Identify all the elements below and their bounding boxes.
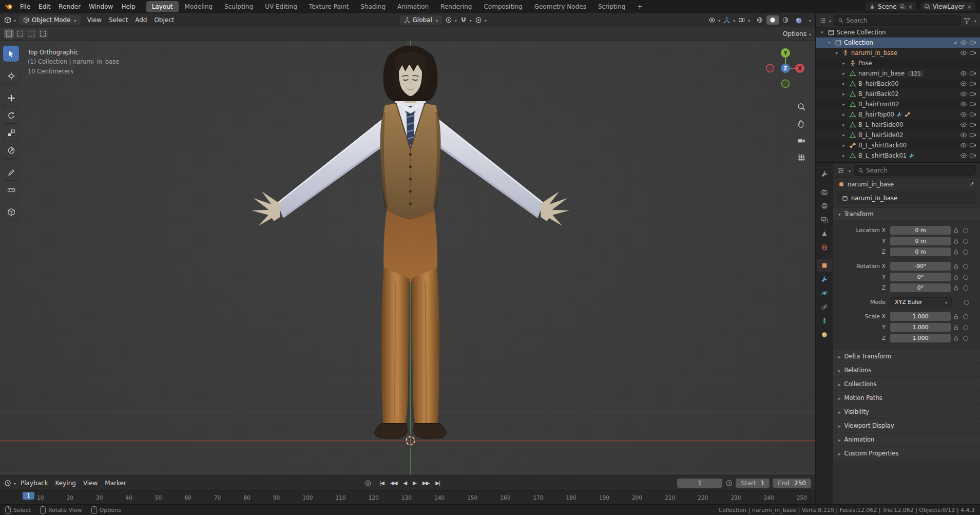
outliner-row-pose[interactable]: ▸ Pose xyxy=(816,58,980,68)
show-object-types-button[interactable] xyxy=(708,16,720,24)
toggle-grid-icon[interactable] xyxy=(797,153,806,162)
outliner-row-mesh[interactable]: ▸ narumi_in_base 121 xyxy=(816,68,980,79)
location-x-field[interactable]: 0 m xyxy=(890,226,951,235)
tool-options-dropdown[interactable]: Options xyxy=(783,30,811,37)
tab-modifiers[interactable] xyxy=(817,273,832,285)
timeline-menu[interactable]: Keying xyxy=(52,478,80,488)
workspace-tab[interactable]: Shading xyxy=(355,1,391,12)
topbar-menu[interactable]: Render xyxy=(54,2,85,12)
pivot-point-button[interactable] xyxy=(445,16,457,24)
cursor-tool[interactable] xyxy=(3,68,19,84)
auto-keying-icon[interactable] xyxy=(364,480,372,487)
checkbox-icon[interactable] xyxy=(954,39,958,46)
hide-eye-icon[interactable] xyxy=(960,80,967,87)
expand-caret[interactable]: ▸ xyxy=(840,81,847,86)
hide-eye-icon[interactable] xyxy=(960,131,967,139)
hide-eye-icon[interactable] xyxy=(960,49,967,56)
outliner-search-input[interactable] xyxy=(846,17,957,24)
object-name-field[interactable]: narumi_in_base xyxy=(837,192,976,204)
disable-render-icon[interactable] xyxy=(969,142,976,149)
lock-open-icon[interactable] xyxy=(953,324,959,331)
transport-button[interactable]: |◀ xyxy=(377,479,387,487)
tab-object-data[interactable] xyxy=(817,314,832,327)
annotate-tool[interactable] xyxy=(3,164,19,180)
current-frame-field[interactable]: 1 xyxy=(677,479,722,488)
viewport-menu[interactable]: Select xyxy=(105,15,131,25)
expand-caret[interactable]: ▸ xyxy=(840,132,847,138)
properties-sliders-icon[interactable] xyxy=(837,167,844,174)
snapping-button[interactable] xyxy=(460,16,472,24)
blender-logo-icon[interactable] xyxy=(4,2,13,11)
hide-eye-icon[interactable] xyxy=(960,152,967,159)
transport-button[interactable]: ▶▶ xyxy=(420,479,432,487)
lock-open-icon[interactable] xyxy=(953,335,959,341)
disable-render-icon[interactable] xyxy=(969,80,976,87)
rotation-x-field[interactable]: -90° xyxy=(890,262,951,271)
scene-selector[interactable]: Scene × xyxy=(865,2,917,12)
expand-caret[interactable]: ▸ xyxy=(840,61,847,66)
editor-type-button[interactable] xyxy=(4,16,16,24)
properties-section-header[interactable]: Viewport Display xyxy=(833,419,980,432)
properties-search[interactable] xyxy=(854,165,976,176)
chevron-down-icon[interactable] xyxy=(808,16,811,24)
animate-decorator[interactable] xyxy=(963,325,968,330)
viewport-menu[interactable]: Object xyxy=(150,15,178,25)
workspace-tab[interactable]: Texture Paint xyxy=(303,1,354,12)
transform-tool[interactable] xyxy=(3,142,19,158)
lock-open-icon[interactable] xyxy=(953,249,959,255)
select-mode-set-button[interactable] xyxy=(4,29,14,39)
outliner-row-bone[interactable]: ▸ B_L_shirtBack00 xyxy=(816,140,980,150)
outliner-editor-type-button[interactable] xyxy=(819,17,831,24)
new-scene-icon[interactable] xyxy=(899,4,906,10)
animate-decorator[interactable] xyxy=(963,239,968,244)
camera-view-icon[interactable] xyxy=(797,136,806,145)
proportional-editing-button[interactable] xyxy=(475,16,487,24)
transform-panel-header[interactable]: Transform xyxy=(833,207,980,221)
unlink-scene-icon[interactable]: × xyxy=(908,4,913,10)
scale-tool[interactable] xyxy=(3,125,19,141)
animate-decorator[interactable] xyxy=(963,275,968,280)
disable-render-icon[interactable] xyxy=(969,131,976,139)
properties-section-header[interactable]: Visibility xyxy=(833,405,980,418)
end-frame-field[interactable]: End 250 xyxy=(773,479,811,488)
outliner-row-mesh[interactable]: ▸ B_hairFront02 xyxy=(816,99,980,109)
tab-physics[interactable] xyxy=(817,287,832,299)
select-mode-subtract-button[interactable] xyxy=(27,29,36,39)
animate-decorator[interactable] xyxy=(963,228,968,233)
hide-eye-icon[interactable] xyxy=(960,111,967,118)
hide-eye-icon[interactable] xyxy=(960,39,967,46)
hide-eye-icon[interactable] xyxy=(960,101,967,108)
pan-hand-icon[interactable] xyxy=(797,119,806,128)
properties-search-input[interactable] xyxy=(866,167,972,174)
3d-viewport[interactable]: Top Orthographic (1) Collection | narumi… xyxy=(0,41,815,475)
tab-tool[interactable] xyxy=(817,167,832,180)
outliner-row-scene-collection[interactable]: ▾ Scene Collection xyxy=(816,27,980,37)
topbar-menu[interactable]: Help xyxy=(117,2,139,12)
outliner-row-armature[interactable]: ▾ narumi_in_base xyxy=(816,48,980,58)
properties-section-header[interactable]: Delta Transform xyxy=(833,350,980,363)
workspace-tab[interactable]: Compositing xyxy=(478,1,528,12)
expand-caret[interactable]: ▸ xyxy=(840,122,847,127)
add-cube-tool[interactable] xyxy=(3,204,19,220)
timeline-menu[interactable]: View xyxy=(80,478,101,488)
workspace-tab[interactable]: Animation xyxy=(392,1,434,12)
disable-render-icon[interactable] xyxy=(969,39,976,46)
outliner-row-collection[interactable]: ▾ Collection xyxy=(816,37,980,48)
chevron-down-icon[interactable] xyxy=(973,17,976,24)
hide-eye-icon[interactable] xyxy=(960,142,967,149)
outliner-row-mesh[interactable]: ▸ B_L_shirtBack01 xyxy=(816,150,980,161)
workspace-tab[interactable]: UV Editing xyxy=(259,1,303,12)
stopwatch-icon[interactable] xyxy=(725,480,733,487)
workspace-tab[interactable]: Scripting xyxy=(592,1,631,12)
animate-decorator[interactable] xyxy=(963,285,968,291)
timeline-editor-type-button[interactable] xyxy=(4,480,16,487)
workspace-tab[interactable]: Geometry Nodes xyxy=(529,1,592,12)
transport-button[interactable]: ◀ xyxy=(400,479,409,487)
viewport-menu[interactable]: View xyxy=(84,15,105,25)
start-frame-field[interactable]: Start 1 xyxy=(736,479,770,488)
expand-caret[interactable]: ▾ xyxy=(819,30,825,35)
expand-caret[interactable]: ▸ xyxy=(840,71,847,76)
outliner-row-mesh[interactable]: ▸ B_L_hairSide00 xyxy=(816,120,980,130)
topbar-menu[interactable]: Edit xyxy=(34,2,54,12)
shading-material-button[interactable] xyxy=(779,15,792,25)
